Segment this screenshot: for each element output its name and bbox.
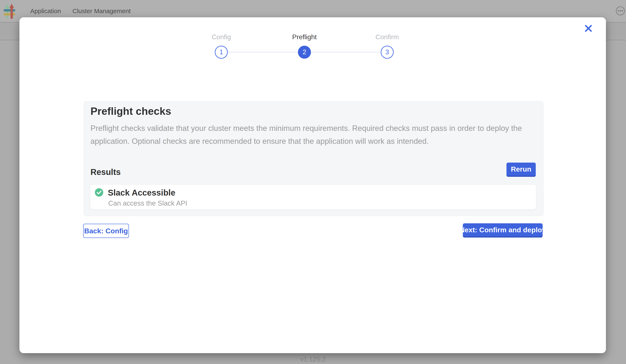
check-result-row: Slack Accessible Can access the Slack AP…	[90, 185, 536, 210]
preflight-checks-card: Preflight checks Preflight checks valida…	[83, 101, 544, 216]
back-config-button[interactable]: Back: Config	[83, 224, 129, 238]
card-description: Preflight checks validate that your clus…	[90, 122, 525, 148]
preflight-wizard-modal: Config Preflight Confirm 1 2 3 Preflight…	[19, 17, 606, 353]
app-version-text: v1.125.2	[0, 356, 626, 363]
step-circle-preflight[interactable]: 2	[298, 46, 311, 59]
card-title: Preflight checks	[90, 105, 171, 117]
close-modal-button[interactable]	[584, 24, 593, 33]
step-circle-config[interactable]: 1	[215, 46, 228, 59]
screen: Application Cluster Management v1.125.2 …	[0, 0, 626, 364]
results-heading: Results	[90, 167, 121, 177]
rerun-button[interactable]: Rerun	[507, 163, 536, 177]
check-detail: Can access the Slack API	[108, 199, 187, 207]
kots-logo-icon	[3, 3, 16, 19]
check-name: Slack Accessible	[108, 188, 175, 198]
step-label-confirm: Confirm	[375, 33, 399, 41]
step-circle-confirm[interactable]: 3	[381, 46, 394, 59]
step-label-preflight: Preflight	[292, 33, 316, 41]
close-icon	[585, 25, 592, 32]
step-label-config: Config	[212, 33, 231, 41]
ellipsis-menu-icon[interactable]	[616, 6, 625, 16]
check-circle-icon	[95, 188, 103, 197]
next-confirm-deploy-button[interactable]: Next: Confirm and deploy	[463, 223, 543, 237]
